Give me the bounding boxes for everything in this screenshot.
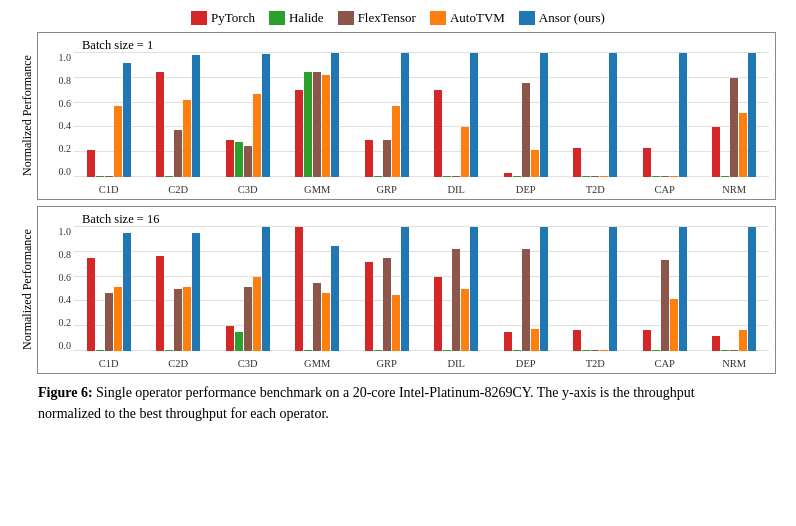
- bar: [365, 140, 373, 177]
- bar: [434, 277, 442, 351]
- legend-label: AutoTVM: [450, 10, 505, 26]
- bar: [244, 146, 252, 177]
- bar: [470, 227, 478, 351]
- bar: [331, 53, 339, 177]
- bar: [322, 293, 330, 351]
- y-tick: 1.0: [59, 227, 72, 237]
- bar-group: [74, 53, 144, 177]
- legend-item: PyTorch: [191, 10, 255, 26]
- caption-figure-num: Figure 6:: [38, 385, 93, 400]
- bar: [522, 83, 530, 177]
- bar: [573, 148, 581, 177]
- bar: [591, 176, 599, 177]
- y-tick: 0.4: [59, 295, 72, 305]
- bar: [470, 53, 478, 177]
- chart1-wrapper: Normalized Performance Batch size = 1 1.…: [20, 32, 776, 200]
- bar-group: [213, 227, 283, 351]
- x-label: CAP: [630, 358, 700, 369]
- bar: [531, 150, 539, 177]
- charts-area: Normalized Performance Batch size = 1 1.…: [20, 32, 776, 374]
- bar-group: [491, 227, 561, 351]
- bar-group: [352, 227, 422, 351]
- y-tick: 1.0: [59, 53, 72, 63]
- bar-group: [561, 227, 631, 351]
- y-tick: 0.0: [59, 341, 72, 351]
- chart1-xlabels: C1DC2DC3DGMMGRPDILDEPT2DCAPNRM: [74, 184, 769, 195]
- bar: [244, 287, 252, 351]
- figure-caption: Figure 6: Single operator performance be…: [38, 382, 758, 424]
- bar: [670, 176, 678, 177]
- y-tick: 0.6: [59, 99, 72, 109]
- legend-item: FlexTensor: [338, 10, 416, 26]
- bar: [661, 176, 669, 177]
- bar: [513, 176, 521, 177]
- bar-group: [144, 227, 214, 351]
- x-label: T2D: [561, 184, 631, 195]
- bar: [600, 350, 608, 351]
- bar: [105, 293, 113, 351]
- bar: [165, 176, 173, 177]
- legend-color-box: [191, 11, 207, 25]
- x-label: GMM: [283, 184, 353, 195]
- legend-label: PyTorch: [211, 10, 255, 26]
- bar-group: [283, 53, 353, 177]
- y-tick: 0.2: [59, 144, 72, 154]
- bar: [235, 332, 243, 351]
- bar: [461, 289, 469, 351]
- bar-group: [700, 227, 770, 351]
- chart2-title: Batch size = 16: [82, 212, 160, 227]
- x-label: NRM: [700, 358, 770, 369]
- legend-item: Ansor (ours): [519, 10, 605, 26]
- bar: [661, 260, 669, 351]
- bar: [235, 142, 243, 177]
- bar: [313, 283, 321, 351]
- bar: [679, 227, 687, 351]
- bar: [582, 350, 590, 351]
- bar: [96, 350, 104, 351]
- bar: [434, 90, 442, 177]
- y-tick: 0.4: [59, 121, 72, 131]
- bar: [331, 246, 339, 351]
- bar-group: [630, 227, 700, 351]
- bar: [670, 299, 678, 351]
- bar-group: [630, 53, 700, 177]
- bar: [643, 148, 651, 177]
- x-label: GRP: [352, 184, 422, 195]
- main-container: PyTorchHalideFlexTensorAutoTVMAnsor (our…: [0, 0, 796, 526]
- bar: [600, 176, 608, 177]
- x-label: DIL: [422, 358, 492, 369]
- bar: [123, 233, 131, 351]
- bar: [123, 63, 131, 177]
- legend-item: Halide: [269, 10, 324, 26]
- bar: [531, 329, 539, 351]
- bar: [253, 277, 261, 351]
- bar-group: [491, 53, 561, 177]
- bar: [192, 55, 200, 177]
- bar: [652, 176, 660, 177]
- y-axis-label-2: Normalized Performance: [20, 210, 35, 370]
- bar: [591, 350, 599, 351]
- chart2-wrapper: Normalized Performance Batch size = 16 1…: [20, 206, 776, 374]
- chart2-box: Batch size = 16 1.00.80.60.40.20.0 C1DC2…: [37, 206, 776, 374]
- y-tick: 0.2: [59, 318, 72, 328]
- bar: [582, 176, 590, 177]
- bar: [573, 330, 581, 351]
- bar-group: [561, 53, 631, 177]
- bar-group: [144, 53, 214, 177]
- legend-label: Halide: [289, 10, 324, 26]
- legend-label: FlexTensor: [358, 10, 416, 26]
- x-label: GRP: [352, 358, 422, 369]
- bar: [96, 176, 104, 177]
- x-label: DEP: [491, 358, 561, 369]
- x-label: C3D: [213, 358, 283, 369]
- bar: [165, 350, 173, 351]
- bar: [452, 249, 460, 351]
- bar-group: [422, 227, 492, 351]
- bar: [374, 176, 382, 177]
- bar: [383, 140, 391, 177]
- x-label: C2D: [144, 358, 214, 369]
- bar: [513, 350, 521, 351]
- bar: [730, 78, 738, 177]
- bar: [461, 127, 469, 177]
- chart2-bars: [74, 227, 769, 351]
